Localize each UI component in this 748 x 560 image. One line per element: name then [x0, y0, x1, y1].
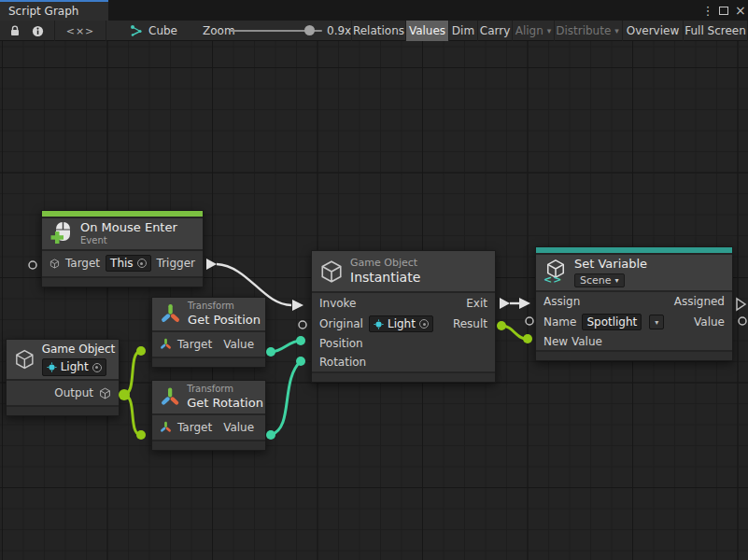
port-label-exit: Exit	[466, 297, 487, 310]
port-label-value: Value	[223, 338, 254, 351]
node-title: Set Variable	[574, 257, 647, 272]
node-category: Game Object	[350, 257, 420, 270]
zoom-slider-handle[interactable]	[304, 25, 315, 35]
port-label-target: Target	[177, 421, 212, 434]
script-graph-window: Script Graph ⋮ × <×>	[0, 0, 748, 560]
graph-tree-icon	[130, 24, 143, 37]
unity-variable-icon: <>	[543, 259, 568, 287]
toolbar-button-align[interactable]: Align ▾	[512, 21, 554, 41]
port-label-position: Position	[319, 337, 363, 350]
node-game-object-variable[interactable]: Game Object Light Output	[6, 339, 120, 416]
port-label-value: Value	[223, 421, 254, 434]
zoom-value: 0.9x	[327, 21, 351, 41]
node-subtitle: Event	[80, 235, 177, 247]
mouse-event-icon	[49, 221, 74, 245]
port-label-trigger: Trigger	[157, 257, 195, 270]
close-icon: ×	[735, 3, 746, 18]
port-label-original: Original	[319, 317, 363, 330]
port-label-invoke: Invoke	[319, 297, 357, 310]
port-label-assigned: Assigned	[674, 295, 725, 308]
lock-icon	[8, 24, 21, 37]
node-category: Transform	[187, 384, 258, 396]
event-color-bar	[42, 211, 203, 217]
node-footer	[536, 352, 732, 360]
node-set-variable[interactable]: <> Set Variable Scene ▾ Assign Assigned …	[535, 246, 733, 361]
code-brackets-icon: <>	[543, 273, 562, 286]
object-picker-icon[interactable]	[419, 319, 429, 329]
light-icon	[47, 362, 57, 372]
graph-toolbar: <×> Cube Zoom 0.9x Relations Values	[0, 21, 748, 41]
light-icon	[374, 319, 384, 329]
close-button[interactable]: ×	[735, 0, 746, 21]
variable-kind-dropdown[interactable]: Scene ▾	[574, 273, 625, 287]
toolbar-button-values[interactable]: Values	[405, 21, 448, 41]
node-get-position[interactable]: Transform Get Position Target Value	[151, 297, 266, 368]
window-menu-button[interactable]: ⋮	[701, 0, 714, 21]
tab-bar: Script Graph ⋮ ×	[0, 0, 748, 21]
variable-name-field[interactable]: Spotlight	[582, 314, 642, 330]
toolbar-button-dim[interactable]: Dim	[448, 21, 477, 41]
unit-preview-button[interactable]: <×>	[54, 21, 106, 41]
node-footer	[152, 358, 265, 367]
port-label-target: Target	[177, 338, 212, 351]
variable-name-dropdown[interactable]: ▾	[649, 315, 664, 329]
game-object-value-field[interactable]: Light	[42, 358, 106, 376]
toolbar-button-fullscreen[interactable]: Full Screen	[683, 21, 748, 41]
object-picker-icon[interactable]	[92, 363, 102, 372]
object-picker-icon[interactable]	[137, 259, 147, 268]
port-label-target: Target	[65, 257, 100, 270]
port-label-assign: Assign	[543, 295, 580, 308]
port-label-new-value: New Value	[543, 335, 602, 348]
toolbar-button-carry[interactable]: Carry	[477, 21, 512, 41]
lock-button[interactable]	[4, 21, 26, 41]
node-title: Get Rotation	[187, 396, 258, 411]
node-footer	[42, 278, 203, 287]
node-get-rotation[interactable]: Transform Get Rotation Target Value	[151, 380, 266, 451]
maximize-button[interactable]	[719, 0, 728, 21]
transform-icon	[160, 385, 180, 408]
node-title: Game Object	[42, 343, 111, 357]
node-footer	[312, 373, 495, 382]
chevron-down-icon: ▾	[655, 318, 658, 327]
node-instantiate[interactable]: Game Object Instantiate Invoke Exit Orig…	[311, 250, 496, 383]
node-category: Transform	[188, 301, 258, 313]
target-value-field[interactable]: This	[106, 255, 151, 272]
graph-icon	[129, 21, 144, 41]
port-label-name: Name	[543, 315, 576, 329]
kebab-menu-icon: ⋮	[702, 4, 714, 18]
node-footer	[152, 441, 265, 450]
info-button[interactable]	[26, 21, 49, 41]
chevron-down-icon: ▾	[547, 26, 552, 35]
port-label-rotation: Rotation	[319, 356, 366, 369]
toolbar-button-relations[interactable]: Relations	[351, 21, 405, 41]
game-object-cube-icon	[14, 348, 35, 371]
variable-color-bar	[536, 247, 732, 253]
original-value-field[interactable]: Light	[369, 315, 433, 332]
port-label-output: Output	[54, 386, 93, 399]
tab-title: Script Graph	[8, 5, 78, 18]
game-object-cube-icon	[49, 258, 60, 270]
toolbar-button-distribute[interactable]: Distribute ▾	[554, 21, 620, 41]
node-title: Instantiate	[350, 270, 420, 287]
toolbar-button-overview[interactable]: Overview	[622, 21, 683, 41]
maximize-icon	[719, 7, 728, 15]
node-footer	[7, 407, 119, 415]
chevron-down-icon: ▾	[614, 26, 619, 35]
transform-icon	[160, 421, 172, 433]
info-icon	[32, 25, 44, 37]
port-label-result: Result	[453, 317, 487, 330]
port-label-value: Value	[694, 315, 725, 329]
node-on-mouse-enter[interactable]: On Mouse Enter Event Target This Trigger	[41, 210, 204, 287]
transform-icon	[160, 338, 172, 350]
transform-icon	[160, 302, 181, 325]
game-object-cube-icon	[99, 387, 111, 399]
graph-name: Cube	[148, 21, 177, 41]
tab-script-graph[interactable]: Script Graph	[0, 0, 108, 21]
node-title: On Mouse Enter	[80, 220, 177, 235]
chevron-down-icon: ▾	[615, 276, 619, 286]
game-object-cube-icon	[319, 259, 344, 284]
node-title: Get Position	[188, 313, 258, 328]
code-icon: <×>	[66, 25, 95, 37]
